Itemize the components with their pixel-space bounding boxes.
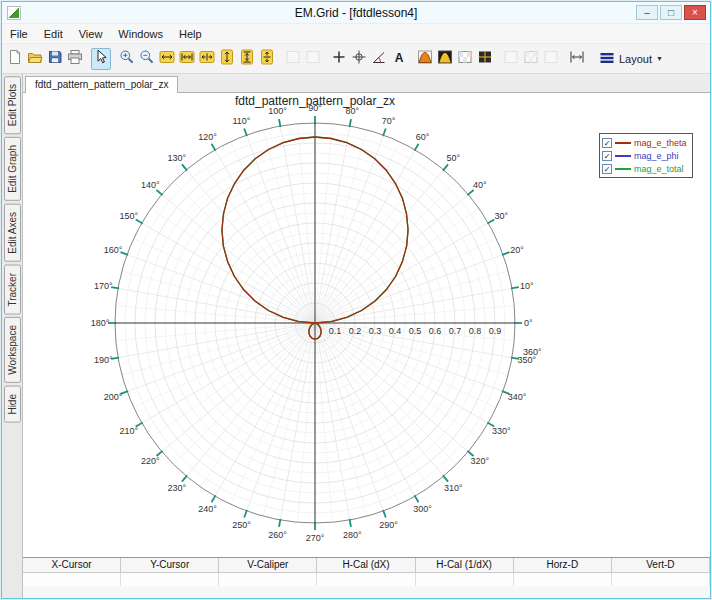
legend-checkbox-mag-e-theta[interactable]: ✓ (602, 138, 612, 148)
caliper-tool-button[interactable] (369, 48, 389, 70)
angle-icon (371, 49, 387, 69)
sidebar-tab-edit-graph[interactable]: Edit Graph (4, 137, 21, 201)
legend-label: mag_e_phi (634, 151, 679, 161)
expand-horizontal-button[interactable] (157, 48, 177, 70)
layout-dropdown-label: Layout (619, 53, 652, 65)
legend-line-swatch (615, 142, 631, 144)
h-distance-button[interactable] (567, 48, 587, 70)
angle-label: 300° (413, 504, 432, 514)
radius-label: 0.8 (469, 326, 482, 336)
v-arrows-bar-icon (239, 49, 255, 69)
plus-icon (331, 49, 347, 69)
menu-view[interactable]: View (71, 26, 111, 42)
status-cell-vert-d (612, 573, 710, 586)
tool-a-button (283, 48, 303, 70)
h-fit-icon (199, 49, 215, 69)
svg-text:A: A (395, 50, 404, 64)
status-bar: X-CursorY-CursorV-CaliperH-Cal (dX)H-Cal… (23, 557, 710, 586)
span-horizontal-button[interactable] (177, 48, 197, 70)
maximize-button[interactable]: □ (660, 5, 682, 20)
status-value-row (23, 573, 710, 586)
angle-label: 110° (232, 116, 250, 126)
status-col-y-cursor: Y-Cursor (121, 558, 219, 573)
angle-label: 130° (167, 153, 186, 163)
menu-windows[interactable]: Windows (110, 26, 171, 42)
zoom-in-button[interactable] (117, 48, 137, 70)
select-tool-button[interactable] (91, 48, 111, 70)
blank-icon (305, 49, 321, 69)
layout-dropdown[interactable]: Layout▼ (593, 48, 669, 70)
colormap-dark-button[interactable] (435, 48, 455, 70)
minimize-button[interactable]: – (636, 5, 658, 20)
plot-area: 0.10.20.30.40.50.60.70.80.90°10°20°30°40… (23, 93, 710, 557)
h-arrows-bar-icon (179, 49, 195, 69)
sidebar-tab-edit-axes[interactable]: Edit Axes (4, 204, 21, 262)
legend-checkbox-mag-e-phi[interactable]: ✓ (602, 151, 612, 161)
legend-checkbox-mag-e-total[interactable]: ✓ (602, 164, 612, 174)
zoom-in-icon (119, 49, 135, 69)
angle-label: 200° (104, 392, 123, 402)
zoom-out-button[interactable] (137, 48, 157, 70)
grid-pattern-button[interactable] (455, 48, 475, 70)
print-button[interactable] (65, 48, 85, 70)
angle-label: 270° (306, 533, 325, 543)
radius-label: 0.1 (329, 326, 342, 336)
layout-lines-icon (599, 50, 615, 68)
angle-label: 340° (508, 392, 527, 402)
sidebar-tab-tracker[interactable]: Tracker (4, 265, 21, 315)
status-col-h-cal-dx: H-Cal (dX) (317, 558, 415, 573)
blank-icon (543, 49, 559, 69)
crosshair-icon (351, 49, 367, 69)
menu-edit[interactable]: Edit (36, 26, 71, 42)
title-bar[interactable]: EM.Grid - [fdtdlesson4] –□× (2, 2, 710, 24)
legend: ✓mag_e_theta✓mag_e_phi✓mag_e_total (599, 133, 693, 178)
fit-horizontal-button[interactable] (197, 48, 217, 70)
fit-vertical-button[interactable] (257, 48, 277, 70)
zoom-out-icon (139, 49, 155, 69)
legend-label: mag_e_total (634, 164, 684, 174)
menu-help[interactable]: Help (171, 26, 210, 42)
span-vertical-button[interactable] (237, 48, 257, 70)
add-cursor-button[interactable] (329, 48, 349, 70)
close-button[interactable]: × (684, 5, 706, 20)
radius-label: 0.2 (349, 326, 362, 336)
document-tab[interactable]: fdtd_pattern_pattern_polar_zx (25, 76, 178, 93)
toolbar: ALayout▼ (2, 44, 710, 74)
sidebar-tab-workspace[interactable]: Workspace (4, 317, 21, 383)
status-col-horz-d: Horz-D (514, 558, 612, 573)
save-file-button[interactable] (45, 48, 65, 70)
sidebar: Edit PlotsEdit GraphEdit AxesTrackerWork… (2, 74, 23, 598)
angle-label: 260° (268, 530, 287, 540)
tracker-tool-button[interactable] (349, 48, 369, 70)
expand-vertical-button[interactable] (217, 48, 237, 70)
colormap-button[interactable] (415, 48, 435, 70)
sidebar-tab-hide[interactable]: Hide (4, 386, 21, 423)
tool-b-button (303, 48, 323, 70)
angle-label: 310° (444, 483, 463, 493)
checker-color-icon (523, 49, 539, 69)
cursor-arrow-icon (93, 49, 109, 69)
open-file-button[interactable] (25, 48, 45, 70)
status-col-x-cursor: X-Cursor (23, 558, 121, 573)
text-annotation-button[interactable]: A (389, 48, 409, 70)
angle-label: 120° (198, 132, 217, 142)
angle-label: 210° (119, 426, 138, 436)
new-file-button[interactable] (5, 48, 25, 70)
angle-label: 160° (104, 245, 123, 255)
angle-label: 220° (141, 456, 160, 466)
status-cell-h-cal-dx (317, 573, 415, 586)
status-cell-v-caliper (219, 573, 317, 586)
app-window: EM.Grid - [fdtdlesson4] –□× FileEditView… (1, 1, 711, 599)
legend-entry: ✓mag_e_theta (602, 136, 687, 149)
colormap-dark-icon (437, 49, 453, 69)
print-icon (67, 49, 83, 69)
legend-label: mag_e_theta (634, 138, 687, 148)
bottom-filler (23, 586, 710, 598)
h-expand-icon (159, 49, 175, 69)
angle-label: 30° (494, 211, 508, 221)
tool-d-button (521, 48, 541, 70)
save-icon (47, 49, 63, 69)
sidebar-tab-edit-plots[interactable]: Edit Plots (4, 76, 21, 134)
menu-file[interactable]: File (2, 26, 36, 42)
grid-pattern-dark-button[interactable] (475, 48, 495, 70)
